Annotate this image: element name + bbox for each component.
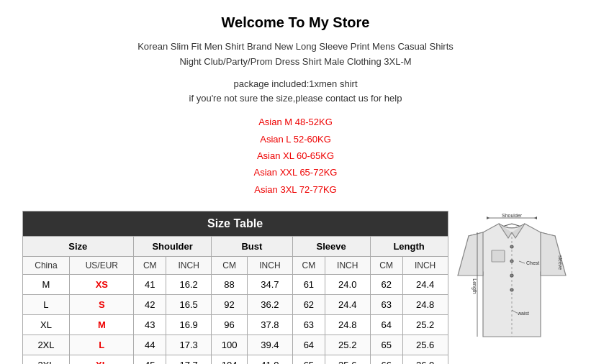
svg-rect-7	[492, 250, 505, 262]
shirt-svg: Shoulder Chest sleeve Length waist	[454, 211, 569, 355]
china-subhdr: China	[22, 257, 70, 275]
size-section: Size Table Size Shoulder Bust Sleeve Len…	[22, 211, 569, 364]
china-size: L	[22, 295, 70, 315]
sleeve-inch: 24.0	[325, 275, 370, 295]
svg-marker-12	[487, 217, 490, 219]
length-inch: 25.6	[402, 335, 448, 355]
shoulder-label: Shoulder	[501, 213, 522, 218]
waist-label: waist	[517, 311, 529, 316]
page-container: Welcome To My Store Korean Slim Fit Men …	[22, 14, 569, 364]
svg-point-3	[510, 245, 513, 248]
sleeve-inch: 24.4	[325, 295, 370, 315]
size-col-header: Size	[22, 237, 134, 257]
length-cm: 66	[370, 355, 402, 364]
shoulder-inch: 16.9	[166, 315, 212, 335]
china-size: XL	[22, 315, 70, 335]
sleeve-cm: 64	[292, 335, 325, 355]
length-cm: 63	[370, 295, 402, 315]
bust-cm: 92	[212, 295, 248, 315]
size-guide-item: Asian XXL 65-72KG	[22, 164, 569, 181]
length-inch: 24.8	[402, 295, 448, 315]
length-col-header: Length	[370, 237, 448, 257]
shoulder-inch: 17.7	[166, 355, 212, 364]
bust-cm: 88	[212, 275, 248, 295]
table-body: MXS4116.28834.76124.06224.4LS4216.59236.…	[22, 275, 448, 364]
sleeve-inch: 25.2	[325, 335, 370, 355]
length-inch: 25.2	[402, 315, 448, 335]
us-size: L	[70, 335, 134, 355]
size-guide-item: Asian M 48-52KG	[22, 114, 569, 130]
bust-inch: 39.4	[248, 335, 293, 355]
sl-cm-subhdr: CM	[292, 257, 325, 275]
table-row: LS4216.59236.26224.46324.8	[22, 295, 448, 315]
table-title-row: Size Table	[22, 211, 448, 237]
bust-inch: 34.7	[248, 275, 293, 295]
bust-inch: 37.8	[248, 315, 293, 335]
svg-point-6	[510, 288, 513, 291]
shoulder-cm: 45	[134, 355, 166, 364]
length-cm: 62	[370, 275, 402, 295]
sleeve-label: sleeve	[557, 255, 562, 270]
sleeve-inch: 24.8	[325, 315, 370, 335]
package-info: package included:1xmen shirt if you're n…	[22, 77, 569, 107]
us-size: XS	[70, 275, 134, 295]
length-cm: 65	[370, 335, 402, 355]
shoulder-inch: 16.5	[166, 295, 212, 315]
shoulder-inch: 17.3	[166, 335, 212, 355]
sleeve-cm: 63	[292, 315, 325, 335]
table-row: XLM4316.99637.86324.86425.2	[22, 315, 448, 335]
shoulder-cm: 41	[134, 275, 166, 295]
us-size: M	[70, 315, 134, 335]
length-inch: 26.0	[402, 355, 448, 364]
china-size: 3XL	[22, 355, 70, 364]
sh-cm-subhdr: CM	[134, 257, 166, 275]
col-header-row: Size Shoulder Bust Sleeve Length	[22, 237, 448, 257]
bust-cm: 104	[212, 355, 248, 364]
bust-in-subhdr: INCH	[248, 257, 293, 275]
shoulder-cm: 44	[134, 335, 166, 355]
sleeve-col-header: Sleeve	[292, 237, 370, 257]
sleeve-cm: 61	[292, 275, 325, 295]
chest-label: Chest	[526, 260, 539, 265]
sleeve-cm: 65	[292, 355, 325, 364]
length-cm: 64	[370, 315, 402, 335]
bust-col-header: Bust	[212, 237, 293, 257]
sh-in-subhdr: INCH	[166, 257, 212, 275]
table-title: Size Table	[22, 211, 448, 237]
size-guide-item: Asian L 52-60KG	[22, 131, 569, 147]
shoulder-cm: 43	[134, 315, 166, 335]
useur-subhdr: US/EUR	[70, 257, 134, 275]
size-guide-list: Asian M 48-52KGAsian L 52-60KGAsian XL 6…	[22, 114, 569, 198]
table-row: MXS4116.28834.76124.06224.4	[22, 275, 448, 295]
sub-header-row: China US/EUR CM INCH CM INCH CM INCH CM …	[22, 257, 448, 275]
len-in-subhdr: INCH	[402, 257, 448, 275]
size-table: Size Table Size Shoulder Bust Sleeve Len…	[22, 211, 448, 364]
bust-cm: 96	[212, 315, 248, 335]
shoulder-cm: 42	[134, 295, 166, 315]
size-guide-item: Asian XL 60-65KG	[22, 147, 569, 164]
table-row: 3XLXL4517.710441.06525.66626.0	[22, 355, 448, 364]
us-size: S	[70, 295, 134, 315]
bust-cm-subhdr: CM	[212, 257, 248, 275]
length-label: Length	[471, 278, 477, 294]
shirt-diagram: Shoulder Chest sleeve Length waist	[454, 211, 569, 358]
table-row: 2XLL4417.310039.46425.26525.6	[22, 335, 448, 355]
svg-point-5	[510, 274, 513, 277]
size-guide-item: Asian 3XL 72-77KG	[22, 181, 569, 198]
sleeve-inch: 25.6	[325, 355, 370, 364]
sl-in-subhdr: INCH	[325, 257, 370, 275]
length-inch: 24.4	[402, 275, 448, 295]
us-size: XL	[70, 355, 134, 364]
svg-marker-13	[534, 217, 537, 219]
product-subtitle: Korean Slim Fit Men Shirt Brand New Long…	[22, 40, 569, 70]
sleeve-cm: 62	[292, 295, 325, 315]
store-title: Welcome To My Store	[22, 14, 569, 31]
bust-cm: 100	[212, 335, 248, 355]
size-table-wrapper: Size Table Size Shoulder Bust Sleeve Len…	[22, 211, 448, 364]
shoulder-inch: 16.2	[166, 275, 212, 295]
len-cm-subhdr: CM	[370, 257, 402, 275]
bust-inch: 36.2	[248, 295, 293, 315]
china-size: 2XL	[22, 335, 70, 355]
shoulder-col-header: Shoulder	[134, 237, 212, 257]
china-size: M	[22, 275, 70, 295]
